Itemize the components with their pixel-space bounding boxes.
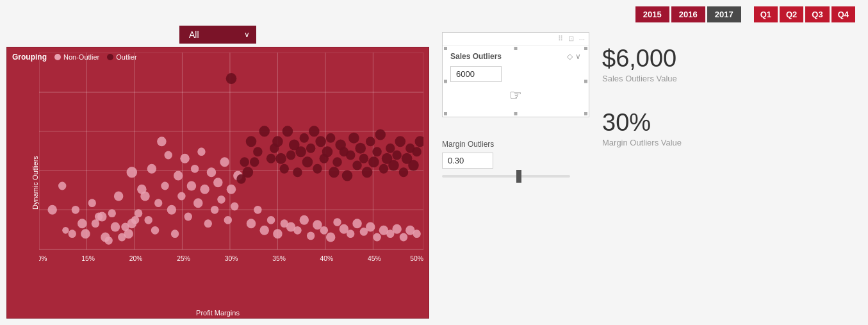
svg-point-54 xyxy=(184,213,192,221)
year-2017-button[interactable]: 2017 xyxy=(707,6,741,22)
svg-point-85 xyxy=(259,226,268,235)
svg-point-137 xyxy=(348,133,359,144)
svg-point-92 xyxy=(307,231,315,240)
svg-text:15%: 15% xyxy=(81,254,95,262)
svg-point-32 xyxy=(69,229,76,238)
svg-point-72 xyxy=(140,192,149,201)
svg-point-141 xyxy=(362,167,373,178)
margin-label: Margin Outliers xyxy=(442,140,589,149)
card-expand-icon[interactable]: ⊡ xyxy=(568,35,574,43)
svg-point-142 xyxy=(366,137,375,146)
svg-point-102 xyxy=(373,233,381,242)
svg-point-66 xyxy=(224,216,232,224)
svg-point-124 xyxy=(306,144,315,153)
q3-button[interactable]: Q3 xyxy=(805,6,829,22)
svg-point-106 xyxy=(400,233,407,242)
metrics-panel: $6,000 Sales Outliers Value 30% Margin O… xyxy=(602,32,862,147)
svg-point-46 xyxy=(157,137,166,146)
controls-panel: ⠿ ⊡ ··· Sales Outliers ◇ ∨ xyxy=(442,32,589,181)
svg-point-63 xyxy=(213,178,222,187)
svg-point-84 xyxy=(254,206,261,214)
svg-point-130 xyxy=(326,133,335,143)
svg-point-146 xyxy=(379,164,388,174)
svg-point-162 xyxy=(275,153,286,164)
svg-point-144 xyxy=(372,147,381,156)
svg-point-33 xyxy=(78,219,86,228)
slider-thumb[interactable] xyxy=(516,170,521,183)
svg-point-120 xyxy=(293,167,302,177)
svg-point-45 xyxy=(154,199,162,207)
svg-point-145 xyxy=(375,129,386,140)
margin-outliers-section: Margin Outliers xyxy=(442,137,589,181)
svg-point-51 xyxy=(174,171,183,181)
resize-handle-bl xyxy=(444,112,447,115)
dropdown-row: All ∨ xyxy=(6,26,429,47)
svg-text:50%: 50% xyxy=(410,254,423,262)
svg-point-125 xyxy=(309,126,320,137)
svg-point-90 xyxy=(293,226,301,235)
svg-text:10%: 10% xyxy=(39,254,47,262)
svg-point-77 xyxy=(97,212,106,222)
q2-button[interactable]: Q2 xyxy=(780,6,803,22)
svg-point-52 xyxy=(177,192,185,201)
svg-point-161 xyxy=(270,144,279,153)
sales-metric-block: $6,000 Sales Outliers Value xyxy=(602,45,862,83)
svg-point-160 xyxy=(250,157,259,167)
sales-outliers-card: ⠿ ⊡ ··· Sales Outliers ◇ ∨ xyxy=(442,32,589,117)
svg-point-157 xyxy=(415,136,423,147)
svg-point-122 xyxy=(300,133,309,143)
q4-button[interactable]: Q4 xyxy=(831,6,855,22)
svg-text:25%: 25% xyxy=(177,254,190,262)
svg-point-139 xyxy=(355,143,366,154)
svg-point-43 xyxy=(144,216,152,224)
svg-point-101 xyxy=(366,222,375,232)
svg-point-152 xyxy=(399,167,408,177)
card-more-icon[interactable]: ··· xyxy=(579,35,585,43)
svg-point-87 xyxy=(273,229,282,238)
sales-card-icons: ◇ ∨ xyxy=(567,52,581,61)
resize-handle-bm xyxy=(514,112,518,115)
svg-point-65 xyxy=(220,157,229,167)
svg-text:45%: 45% xyxy=(368,254,381,262)
year-2015-button[interactable]: 2015 xyxy=(635,6,669,22)
svg-point-86 xyxy=(267,216,275,224)
outlier-dot xyxy=(107,54,113,60)
svg-point-74 xyxy=(72,206,79,214)
sales-input[interactable] xyxy=(450,66,502,82)
svg-point-116 xyxy=(280,164,289,174)
svg-point-111 xyxy=(246,136,257,147)
svg-point-38 xyxy=(108,209,116,217)
sales-collapse-icon[interactable]: ◇ xyxy=(567,52,573,61)
svg-point-127 xyxy=(315,136,326,147)
svg-point-31 xyxy=(58,182,66,190)
svg-point-62 xyxy=(211,206,218,214)
svg-point-49 xyxy=(167,205,176,215)
svg-point-55 xyxy=(187,181,196,191)
svg-point-68 xyxy=(231,203,238,211)
margin-input[interactable] xyxy=(442,153,493,169)
svg-point-76 xyxy=(92,219,99,228)
resize-handle-tl xyxy=(444,47,447,50)
slider-track xyxy=(442,175,570,178)
q1-button[interactable]: Q1 xyxy=(754,6,778,22)
svg-point-121 xyxy=(295,146,306,157)
svg-point-67 xyxy=(227,185,236,194)
svg-point-30 xyxy=(47,205,56,215)
resize-handle-mr xyxy=(584,79,587,83)
svg-point-114 xyxy=(266,154,275,163)
all-dropdown[interactable]: All xyxy=(179,26,256,44)
svg-point-99 xyxy=(352,219,361,228)
svg-text:20%: 20% xyxy=(129,254,143,262)
svg-point-98 xyxy=(347,229,354,238)
svg-point-57 xyxy=(193,198,202,208)
svg-point-135 xyxy=(342,170,353,181)
svg-point-138 xyxy=(352,161,361,171)
right-panel: ⠿ ⊡ ··· Sales Outliers ◇ ∨ xyxy=(442,26,862,319)
year-2016-button[interactable]: 2016 xyxy=(671,6,705,22)
resize-icon: ⠿ xyxy=(558,35,563,43)
top-bar: 2015 2016 2017 Q1 Q2 Q3 Q4 xyxy=(0,0,868,26)
svg-point-151 xyxy=(395,136,406,147)
sales-dropdown-icon[interactable]: ∨ xyxy=(575,52,581,61)
sales-metric-label: Sales Outliers Value xyxy=(602,74,677,83)
svg-point-126 xyxy=(313,164,322,174)
